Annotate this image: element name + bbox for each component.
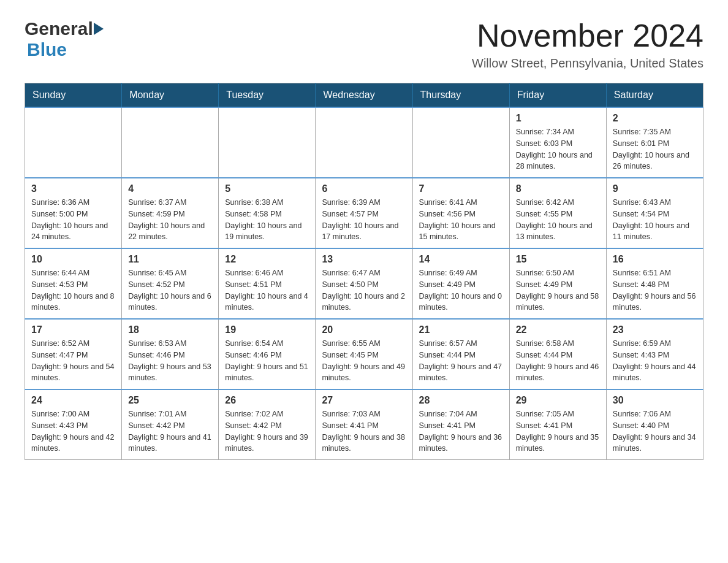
calendar-cell: 12Sunrise: 6:46 AM Sunset: 4:51 PM Dayli… [219,248,316,319]
calendar-cell: 1Sunrise: 7:34 AM Sunset: 6:03 PM Daylig… [509,107,606,178]
day-number: 19 [225,324,309,335]
calendar-cell: 16Sunrise: 6:51 AM Sunset: 4:48 PM Dayli… [606,248,703,319]
logo-blue-text: Blue [27,39,67,60]
logo-arrow-icon [94,23,104,35]
calendar-cell: 3Sunrise: 6:36 AM Sunset: 5:00 PM Daylig… [25,178,122,248]
calendar-cell: 18Sunrise: 6:53 AM Sunset: 4:46 PM Dayli… [122,319,219,389]
day-info: Sunrise: 7:34 AM Sunset: 6:03 PM Dayligh… [516,126,600,172]
calendar-cell: 15Sunrise: 6:50 AM Sunset: 4:49 PM Dayli… [509,248,606,319]
day-number: 22 [516,324,600,335]
title-section: November 2024 Willow Street, Pennsylvani… [472,18,703,71]
day-info: Sunrise: 6:36 AM Sunset: 5:00 PM Dayligh… [31,197,115,243]
day-info: Sunrise: 7:02 AM Sunset: 4:42 PM Dayligh… [225,408,309,454]
day-info: Sunrise: 6:49 AM Sunset: 4:49 PM Dayligh… [419,267,503,313]
day-info: Sunrise: 6:59 AM Sunset: 4:43 PM Dayligh… [613,338,697,384]
calendar-table: SundayMondayTuesdayWednesdayThursdayFrid… [25,83,703,460]
calendar-cell: 9Sunrise: 6:43 AM Sunset: 4:54 PM Daylig… [606,178,703,248]
day-info: Sunrise: 6:43 AM Sunset: 4:54 PM Dayligh… [613,197,697,243]
calendar-header-friday: Friday [509,83,606,108]
calendar-cell: 21Sunrise: 6:57 AM Sunset: 4:44 PM Dayli… [412,319,509,389]
calendar-cell [219,107,316,178]
calendar-header-wednesday: Wednesday [316,83,412,108]
day-info: Sunrise: 6:42 AM Sunset: 4:55 PM Dayligh… [516,197,600,243]
day-number: 13 [322,254,406,265]
day-number: 17 [31,324,115,335]
day-number: 21 [419,324,503,335]
day-number: 3 [31,183,115,194]
calendar-cell: 24Sunrise: 7:00 AM Sunset: 4:43 PM Dayli… [25,389,122,460]
day-info: Sunrise: 7:04 AM Sunset: 4:41 PM Dayligh… [419,408,503,454]
day-number: 4 [128,183,212,194]
logo-general-text: General [25,18,93,39]
calendar-cell: 17Sunrise: 6:52 AM Sunset: 4:47 PM Dayli… [25,319,122,389]
calendar-cell: 13Sunrise: 6:47 AM Sunset: 4:50 PM Dayli… [316,248,412,319]
day-number: 20 [322,324,406,335]
day-number: 2 [613,113,697,124]
day-number: 9 [613,183,697,194]
logo: General Blue [25,18,104,60]
calendar-week-1: 1Sunrise: 7:34 AM Sunset: 6:03 PM Daylig… [25,107,703,178]
day-info: Sunrise: 6:41 AM Sunset: 4:56 PM Dayligh… [419,197,503,243]
calendar-header-sunday: Sunday [25,83,122,108]
location-title: Willow Street, Pennsylvania, United Stat… [472,56,703,71]
calendar-cell: 30Sunrise: 7:06 AM Sunset: 4:40 PM Dayli… [606,389,703,460]
day-info: Sunrise: 6:37 AM Sunset: 4:59 PM Dayligh… [128,197,212,243]
day-number: 29 [516,395,600,406]
day-info: Sunrise: 6:39 AM Sunset: 4:57 PM Dayligh… [322,197,406,243]
calendar-header-thursday: Thursday [412,83,509,108]
day-number: 5 [225,183,309,194]
calendar-header-saturday: Saturday [606,83,703,108]
calendar-cell: 29Sunrise: 7:05 AM Sunset: 4:41 PM Dayli… [509,389,606,460]
day-number: 26 [225,395,309,406]
calendar-cell: 28Sunrise: 7:04 AM Sunset: 4:41 PM Dayli… [412,389,509,460]
calendar-body: 1Sunrise: 7:34 AM Sunset: 6:03 PM Daylig… [25,107,703,460]
day-number: 8 [516,183,600,194]
day-number: 1 [516,113,600,124]
calendar-cell: 8Sunrise: 6:42 AM Sunset: 4:55 PM Daylig… [509,178,606,248]
day-info: Sunrise: 7:05 AM Sunset: 4:41 PM Dayligh… [516,408,600,454]
day-info: Sunrise: 6:51 AM Sunset: 4:48 PM Dayligh… [613,267,697,313]
calendar-cell: 2Sunrise: 7:35 AM Sunset: 6:01 PM Daylig… [606,107,703,178]
calendar-week-3: 10Sunrise: 6:44 AM Sunset: 4:53 PM Dayli… [25,248,703,319]
calendar-header-tuesday: Tuesday [219,83,316,108]
day-info: Sunrise: 6:46 AM Sunset: 4:51 PM Dayligh… [225,267,309,313]
calendar-cell: 26Sunrise: 7:02 AM Sunset: 4:42 PM Dayli… [219,389,316,460]
calendar-cell: 6Sunrise: 6:39 AM Sunset: 4:57 PM Daylig… [316,178,412,248]
day-info: Sunrise: 7:35 AM Sunset: 6:01 PM Dayligh… [613,126,697,172]
calendar-cell [25,107,122,178]
day-info: Sunrise: 7:03 AM Sunset: 4:41 PM Dayligh… [322,408,406,454]
calendar-cell: 10Sunrise: 6:44 AM Sunset: 4:53 PM Dayli… [25,248,122,319]
day-number: 30 [613,395,697,406]
calendar-cell: 20Sunrise: 6:55 AM Sunset: 4:45 PM Dayli… [316,319,412,389]
calendar-week-4: 17Sunrise: 6:52 AM Sunset: 4:47 PM Dayli… [25,319,703,389]
calendar-cell: 11Sunrise: 6:45 AM Sunset: 4:52 PM Dayli… [122,248,219,319]
day-number: 25 [128,395,212,406]
calendar-week-2: 3Sunrise: 6:36 AM Sunset: 5:00 PM Daylig… [25,178,703,248]
day-info: Sunrise: 6:50 AM Sunset: 4:49 PM Dayligh… [516,267,600,313]
day-number: 11 [128,254,212,265]
day-number: 6 [322,183,406,194]
calendar-cell [412,107,509,178]
calendar-cell: 25Sunrise: 7:01 AM Sunset: 4:42 PM Dayli… [122,389,219,460]
day-number: 10 [31,254,115,265]
day-number: 24 [31,395,115,406]
calendar-cell [316,107,412,178]
calendar-cell: 5Sunrise: 6:38 AM Sunset: 4:58 PM Daylig… [219,178,316,248]
month-title: November 2024 [472,18,703,53]
calendar-cell: 4Sunrise: 6:37 AM Sunset: 4:59 PM Daylig… [122,178,219,248]
page-header: General Blue November 2024 Willow Street… [25,18,703,71]
calendar-cell: 27Sunrise: 7:03 AM Sunset: 4:41 PM Dayli… [316,389,412,460]
day-number: 7 [419,183,503,194]
day-number: 15 [516,254,600,265]
day-number: 18 [128,324,212,335]
calendar-cell: 14Sunrise: 6:49 AM Sunset: 4:49 PM Dayli… [412,248,509,319]
day-info: Sunrise: 6:52 AM Sunset: 4:47 PM Dayligh… [31,338,115,384]
day-info: Sunrise: 7:06 AM Sunset: 4:40 PM Dayligh… [613,408,697,454]
day-number: 23 [613,324,697,335]
day-info: Sunrise: 6:57 AM Sunset: 4:44 PM Dayligh… [419,338,503,384]
day-info: Sunrise: 6:53 AM Sunset: 4:46 PM Dayligh… [128,338,212,384]
day-info: Sunrise: 6:45 AM Sunset: 4:52 PM Dayligh… [128,267,212,313]
calendar-cell: 7Sunrise: 6:41 AM Sunset: 4:56 PM Daylig… [412,178,509,248]
calendar-header-monday: Monday [122,83,219,108]
calendar-header-row: SundayMondayTuesdayWednesdayThursdayFrid… [25,83,703,108]
